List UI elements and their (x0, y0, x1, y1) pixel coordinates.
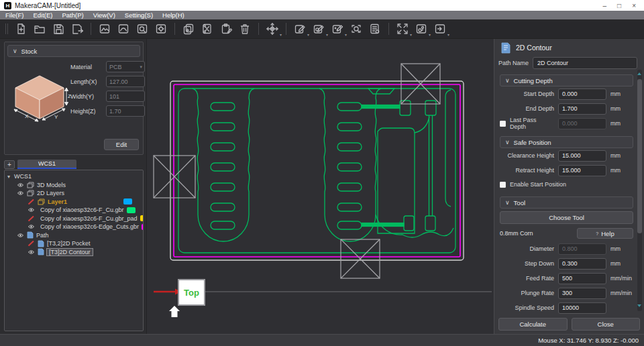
end-depth-field[interactable]: 1.700 (558, 103, 606, 115)
tree-item-layer1[interactable]: Layer1 (6, 198, 142, 207)
move-transform-icon[interactable]: ▾ (264, 21, 281, 37)
layer-color-swatch[interactable] (142, 224, 144, 230)
fit-view-icon[interactable]: ▾ (394, 21, 411, 37)
path-name-field[interactable]: 2D Contour (533, 57, 637, 69)
layer-color-swatch[interactable] (140, 215, 144, 221)
tree-item-2d-pocket[interactable]: [T3,2]2D Pocket (6, 239, 142, 248)
edit-stock-button[interactable]: Edit (104, 139, 139, 150)
edit-drill-path-icon[interactable]: ▾ (329, 21, 346, 37)
hidden-eye-icon[interactable] (28, 215, 35, 222)
start-depth-field[interactable]: 0.000 (558, 89, 606, 100)
calculate-button[interactable]: Calculate (498, 318, 568, 331)
menu-setting[interactable]: Setting(S) (125, 11, 153, 19)
holding-tab-left[interactable] (154, 156, 195, 198)
tree-item-2d-contour[interactable]: [T3]2D Contour (6, 248, 142, 257)
tree-item-wcs1[interactable]: ▾ WCS1 (6, 172, 142, 181)
menu-view[interactable]: View(V) (93, 11, 115, 19)
maximize-icon[interactable]: □ (617, 2, 621, 9)
add-wcs-button[interactable]: + (4, 160, 15, 169)
new-file-icon[interactable] (12, 21, 30, 37)
close-button[interactable]: Close (572, 318, 641, 331)
help-button[interactable]: ? Help (577, 228, 633, 239)
path-preview-icon[interactable] (347, 21, 365, 37)
safe-position-header[interactable]: ∨ Safe Position (500, 136, 633, 148)
eye-icon[interactable] (17, 190, 24, 196)
retract-height-field[interactable]: 15.000 (558, 165, 606, 176)
copy-icon[interactable] (180, 21, 197, 37)
layer-color-swatch[interactable] (123, 198, 132, 205)
open-file-icon[interactable] (31, 21, 48, 37)
import-image-icon[interactable] (96, 21, 113, 37)
eye-icon[interactable] (28, 207, 35, 213)
enable-start-position-checkbox[interactable] (500, 182, 506, 188)
layers-icon (27, 190, 34, 196)
menu-path[interactable]: Path(P) (62, 11, 84, 19)
tool-header[interactable]: ∨ Tool (500, 196, 633, 209)
import-model-icon[interactable] (133, 21, 151, 37)
simulate-icon[interactable]: ▾ (413, 21, 430, 37)
close-icon[interactable]: × (632, 2, 636, 9)
tree-item-path[interactable]: Path (6, 231, 142, 240)
height-z-field[interactable]: 1.70 (106, 105, 145, 117)
tab-wcs1[interactable]: WCS1 (17, 160, 76, 169)
last-pass-depth-field[interactable]: 0.000 (558, 118, 606, 129)
tree-item-3d-models[interactable]: 3D Models (6, 181, 142, 190)
holding-tab-top-right[interactable] (401, 64, 440, 104)
scroll-down-icon[interactable] (637, 304, 641, 307)
viewport-canvas[interactable]: Top (146, 39, 494, 334)
inspector-scrollbar[interactable] (637, 70, 642, 311)
menu-edit[interactable]: Edit(E) (33, 11, 52, 19)
choose-tool-button[interactable]: Choose Tool (500, 211, 633, 224)
eye-icon[interactable] (28, 223, 35, 230)
export-file-icon[interactable] (68, 21, 86, 37)
scrollbar-thumb[interactable] (637, 79, 642, 233)
layers-icon (27, 182, 34, 188)
menu-file[interactable]: File(F) (5, 11, 23, 19)
toolbar-drag-handle[interactable] (5, 23, 8, 34)
import-part-icon[interactable] (152, 21, 170, 37)
path-doc-icon (27, 231, 34, 239)
import-curve-icon[interactable] (115, 21, 132, 37)
scroll-up-icon[interactable] (637, 72, 641, 75)
feed-rate-field[interactable]: 500 (558, 273, 606, 284)
hidden-eye-icon[interactable] (28, 240, 35, 247)
length-x-field[interactable]: 127.00 (106, 76, 145, 87)
edit-pocket-path-icon[interactable]: ▾ (291, 21, 309, 37)
save-file-icon[interactable] (50, 21, 67, 37)
home-arrow-icon[interactable] (169, 306, 180, 317)
retract-height-label: Retract Height (500, 167, 554, 174)
start-depth-label: Start Depth (500, 91, 554, 97)
step-down-field[interactable]: 0.300 (558, 258, 606, 270)
cut-icon[interactable] (199, 21, 216, 37)
stock-header[interactable]: ∨ Stock (7, 45, 140, 57)
stock-axis-x: X (25, 113, 29, 119)
edit-contour-path-icon[interactable]: ▾ (310, 21, 327, 37)
scene-tree-panel: + WCS1 ▾ WCS1 3D Models (4, 158, 144, 331)
eye-icon[interactable] (28, 249, 35, 255)
material-select[interactable]: PCB▾ (106, 61, 145, 72)
delete-icon[interactable] (236, 21, 254, 37)
eye-icon[interactable] (17, 232, 24, 239)
tree-item-fcu-gbr[interactable]: Copy of xiaoesp32c6-F_Cu.gbr (6, 206, 142, 215)
spindle-speed-field[interactable]: 10000 (558, 302, 606, 314)
clearance-height-field[interactable]: 15.000 (558, 150, 606, 162)
hidden-eye-icon[interactable] (28, 198, 35, 205)
tree-item-2d-layers[interactable]: 2D Layers (6, 189, 142, 198)
eye-icon[interactable] (17, 182, 24, 188)
plunge-rate-field[interactable]: 300 (558, 288, 606, 299)
holding-tab-bottom[interactable] (341, 239, 380, 278)
cutting-depth-header[interactable]: ∨ Cutting Depth (500, 74, 633, 86)
tree-item-edge-cuts-gbr[interactable]: Copy of xiaoesp32c6-Edge_Cuts.gbr (6, 223, 142, 231)
layer-color-swatch[interactable] (127, 207, 136, 213)
gcode-export-icon[interactable] (366, 21, 384, 37)
menu-help[interactable]: Help(H) (162, 11, 184, 19)
caret-down-icon[interactable]: ▾ (6, 174, 11, 180)
last-pass-depth-checkbox[interactable] (500, 121, 506, 127)
minimize-icon[interactable]: – (603, 2, 607, 9)
tree-item-fcu-gbr-pad[interactable]: Copy of xiaoesp32c6-F_Cu.gbr_pad (6, 215, 142, 223)
post-process-icon[interactable]: ▾ (431, 21, 449, 37)
paste-icon[interactable] (217, 21, 235, 37)
diameter-field[interactable]: 0.800 (558, 243, 606, 255)
width-y-field[interactable]: 101 (106, 91, 145, 102)
width-y-label: Width(Y) (70, 93, 103, 100)
